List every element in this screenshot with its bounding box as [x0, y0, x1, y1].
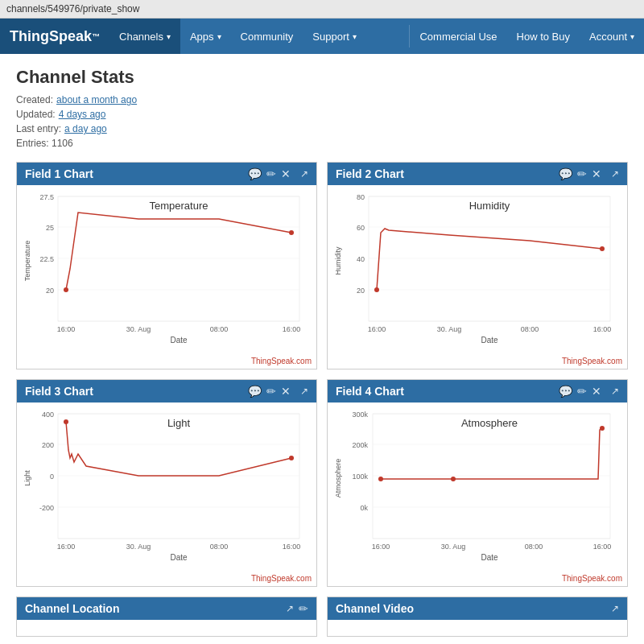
field2-svg: 80 60 40 20 16:00 30. Aug 08:00 16:00 Da…: [331, 188, 624, 349]
svg-text:200k: 200k: [352, 441, 368, 449]
svg-point-55: [64, 419, 68, 424]
channel-location-title: Channel Location: [25, 602, 119, 615]
channel-video-header: Channel Video ↗: [328, 597, 627, 620]
field2-credit: ThingSpeak.com: [328, 355, 627, 369]
svg-text:08:00: 08:00: [525, 543, 543, 551]
svg-text:27.5: 27.5: [39, 193, 54, 201]
svg-text:0k: 0k: [360, 504, 368, 512]
field3-chart-card: Field 3 Chart 💬 ✏ ✕ ↗ 400: [16, 379, 317, 587]
svg-text:Date: Date: [481, 553, 498, 562]
svg-text:Date: Date: [481, 336, 498, 345]
field2-comment-icon[interactable]: 💬: [559, 167, 572, 180]
nav-apps[interactable]: Apps ▾: [180, 19, 231, 54]
svg-text:30. Aug: 30. Aug: [126, 325, 151, 333]
field4-edit-icon[interactable]: ✏: [577, 385, 587, 398]
field4-credit: ThingSpeak.com: [328, 572, 627, 586]
field3-chart-body: 400 200 0 -200 16:00 30. Aug 08:00 16:00…: [17, 402, 316, 572]
field2-chart-header: Field 2 Chart 💬 ✏ ✕ ↗: [328, 163, 627, 185]
apps-caret: ▾: [217, 32, 221, 41]
svg-text:Atmosphere: Atmosphere: [334, 459, 342, 498]
field3-edit-icon[interactable]: ✏: [266, 385, 276, 398]
svg-text:Light: Light: [23, 470, 31, 486]
svg-text:20: 20: [46, 287, 54, 295]
svg-text:100k: 100k: [352, 473, 368, 481]
svg-text:60: 60: [357, 224, 365, 232]
account-caret: ▾: [630, 32, 634, 41]
field3-external-icon[interactable]: ↗: [300, 386, 308, 397]
channel-location-external-icon[interactable]: ↗: [286, 603, 294, 614]
field1-credit: ThingSpeak.com: [17, 355, 316, 369]
field2-close-icon[interactable]: ✕: [592, 167, 601, 180]
svg-text:-200: -200: [39, 504, 54, 512]
field2-chart-body: 80 60 40 20 16:00 30. Aug 08:00 16:00 Da…: [328, 185, 627, 355]
field4-close-icon[interactable]: ✕: [592, 385, 601, 398]
field3-chart-icons: 💬 ✏ ✕ ↗: [248, 385, 308, 398]
field1-comment-icon[interactable]: 💬: [248, 167, 262, 180]
nav-support[interactable]: Support ▾: [303, 19, 366, 54]
nav-channels[interactable]: Channels ▾: [109, 19, 180, 54]
field4-chart-body: 300k 200k 100k 0k 16:00 30. Aug 08:00 16…: [328, 402, 627, 572]
field3-close-icon[interactable]: ✕: [281, 385, 291, 398]
field1-chart-icons: 💬 ✏ ✕ ↗: [248, 167, 308, 180]
field1-chart-title: Field 1 Chart: [25, 167, 93, 180]
field1-chart-header: Field 1 Chart 💬 ✏ ✕ ↗: [17, 163, 316, 185]
svg-text:400: 400: [42, 411, 54, 419]
nav-account[interactable]: Account ▾: [580, 19, 644, 54]
stats-section: Created: about a month ago Updated: 4 da…: [16, 94, 628, 149]
svg-point-75: [451, 477, 456, 481]
field3-comment-icon[interactable]: 💬: [248, 385, 262, 398]
field4-chart-header: Field 4 Chart 💬 ✏ ✕ ↗: [328, 380, 627, 402]
svg-text:20: 20: [357, 287, 365, 295]
svg-point-17: [64, 287, 68, 292]
field2-edit-icon[interactable]: ✏: [577, 167, 587, 180]
svg-text:08:00: 08:00: [521, 325, 539, 333]
svg-text:08:00: 08:00: [210, 325, 229, 333]
stat-updated: Updated: 4 days ago: [16, 109, 628, 120]
stat-last-entry: Last entry: a day ago: [16, 123, 628, 134]
field4-chart-icons: 💬 ✏ ✕ ↗: [559, 385, 619, 398]
field1-external-icon[interactable]: ↗: [300, 168, 308, 180]
support-caret: ▾: [353, 32, 357, 41]
svg-point-36: [374, 287, 379, 292]
svg-text:Temperature: Temperature: [23, 241, 31, 282]
stat-created: Created: about a month ago: [16, 94, 628, 105]
nav-how-to-buy[interactable]: How to Buy: [507, 19, 580, 54]
field1-close-icon[interactable]: ✕: [281, 167, 291, 180]
field1-edit-icon[interactable]: ✏: [266, 167, 276, 180]
stat-entries: Entries: 1106: [16, 138, 628, 149]
channel-video-external-icon[interactable]: ↗: [611, 603, 619, 614]
field3-chart-header: Field 3 Chart 💬 ✏ ✕ ↗: [17, 380, 316, 402]
field4-svg: 300k 200k 100k 0k 16:00 30. Aug 08:00 16…: [331, 406, 624, 567]
svg-text:08:00: 08:00: [210, 543, 229, 551]
svg-text:40: 40: [357, 255, 365, 263]
svg-text:Humidity: Humidity: [469, 200, 510, 212]
nav-community[interactable]: Community: [231, 19, 303, 54]
svg-text:25: 25: [46, 224, 54, 232]
field3-svg: 400 200 0 -200 16:00 30. Aug 08:00 16:00…: [20, 406, 313, 567]
field4-comment-icon[interactable]: 💬: [559, 385, 572, 398]
svg-point-56: [289, 456, 294, 460]
svg-point-37: [600, 246, 605, 251]
svg-text:Light: Light: [167, 417, 191, 429]
channel-location-header: Channel Location ↗ ✏: [17, 597, 316, 620]
field2-chart-card: Field 2 Chart 💬 ✏ ✕ ↗ 80: [327, 162, 628, 369]
svg-rect-19: [369, 196, 610, 321]
field4-external-icon[interactable]: ↗: [611, 386, 619, 397]
svg-text:16:00: 16:00: [593, 543, 612, 551]
nav-commercial-use[interactable]: Commercial Use: [410, 19, 506, 54]
svg-text:300k: 300k: [352, 411, 368, 419]
channel-location-edit-icon[interactable]: ✏: [299, 602, 308, 615]
field1-chart-body: 27.5 25 22.5 20 16:00 30. Aug 08:00 16:0…: [17, 185, 316, 355]
field4-chart-title: Field 4 Chart: [336, 385, 404, 398]
field3-chart-title: Field 3 Chart: [25, 385, 93, 398]
channel-video-icons: ↗: [611, 603, 619, 614]
svg-text:30. Aug: 30. Aug: [441, 543, 466, 551]
svg-rect-57: [373, 414, 610, 539]
svg-point-18: [289, 230, 294, 235]
navbar-brand[interactable]: ThingSpeak™: [0, 19, 109, 54]
svg-text:Date: Date: [170, 553, 188, 562]
field2-external-icon[interactable]: ↗: [611, 168, 619, 180]
page-title: Channel Stats: [16, 67, 628, 88]
bottom-cards: Channel Location ↗ ✏ Channel Video ↗: [16, 597, 628, 637]
svg-point-74: [378, 477, 383, 481]
